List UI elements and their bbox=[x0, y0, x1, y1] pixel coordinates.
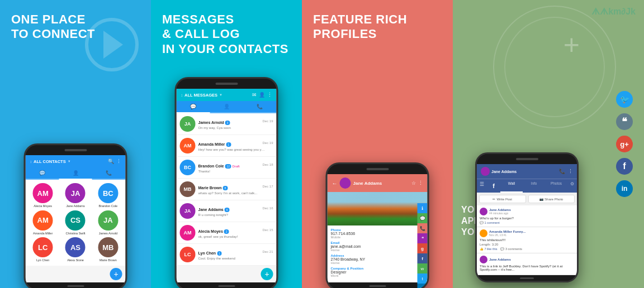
message-list: JA James Arnold3 Dec 19 On my way, Cya s… bbox=[177, 113, 277, 266]
fb-more-icon[interactable]: ⋮ bbox=[568, 169, 573, 174]
panel-apps: + ᗑᗑkm∂Jk YOUR FAVORITE APPS INSIDE YOUR… bbox=[453, 0, 644, 288]
facebook-social-icon[interactable]: f bbox=[616, 158, 633, 175]
fb-post: Jane Addams 44 minutes ago Who's up for … bbox=[477, 205, 577, 227]
fb-logo: f bbox=[488, 180, 499, 191]
panel-messages-headline: MESSAGES & CALL LOG IN YOUR CONTACTS bbox=[151, 0, 300, 56]
panel-profiles: FEATURE RICH PROFILES ← Jane Addams ☆ ⋮ bbox=[302, 0, 453, 288]
fb-post: Amanda Miller Funny... Nov 26, 13:41 Thi… bbox=[477, 227, 577, 253]
phone-tab[interactable]: 📞 bbox=[243, 101, 277, 112]
message-item[interactable]: JA Jane Addams6 Dec 16 R u coming tonigh… bbox=[177, 200, 277, 222]
message-item[interactable]: LC Lyn Chen1 Dec 21 Cool. Enjoy the week… bbox=[177, 244, 277, 266]
gplus-icon[interactable]: g bbox=[418, 243, 428, 253]
profile-phone-field: Phone 917-714-8536 Mobile bbox=[331, 228, 424, 239]
panel-connect: ONE PLACE TO CONNECT ↕ ALL CONTACTS ▼ 🔍 … bbox=[0, 0, 151, 288]
messages-phone: ↕ ALL MESSAGES ▼ ✉ 👤 ⋮ 💬 👤 📞 JA bbox=[175, 77, 278, 288]
profile-company-field: Company & Position Designer Work bbox=[331, 267, 424, 277]
back-icon[interactable]: ← bbox=[332, 180, 338, 186]
quote-social-icon[interactable]: ❝ bbox=[616, 113, 633, 130]
fb-post: Jane Addams This is a link to Jeff Buckl… bbox=[477, 253, 577, 275]
fb-likes: 👍 7 like this 💬 3 comments bbox=[480, 247, 574, 251]
fb-call-icon[interactable]: 📞 bbox=[559, 169, 565, 174]
contacts-header-icons: 🔍 ⋮ bbox=[108, 159, 121, 164]
contacts-phone: ↕ ALL CONTACTS ▼ 🔍 ⋮ 💬 👤 📞 AM Alec bbox=[24, 143, 127, 288]
contact-item[interactable]: AS Alexa Stone bbox=[60, 237, 91, 262]
panel-profiles-headline: FEATURE RICH PROFILES bbox=[302, 0, 418, 42]
profile-header: ← Jane Addams ☆ ⋮ bbox=[328, 174, 428, 192]
profile-star-icon[interactable]: ☆ bbox=[411, 180, 416, 186]
info-icon[interactable]: ℹ bbox=[418, 203, 428, 213]
message-item[interactable]: MB Marie Brown8 Dec 17 whats up? Sorry I… bbox=[177, 179, 277, 200]
message-item[interactable]: AM Alecia Moyes2 Dec 15 ok, great! see y… bbox=[177, 222, 277, 244]
fb-settings-icon[interactable]: ⚙ bbox=[567, 179, 577, 193]
contact-item[interactable]: JA James Arnold bbox=[93, 210, 123, 236]
messages-person-icon[interactable]: 👤 bbox=[259, 92, 265, 98]
call-icon[interactable]: 📞 bbox=[418, 223, 428, 233]
fb-tab-photos[interactable]: Photos bbox=[545, 179, 567, 193]
svg-marker-1 bbox=[103, 31, 123, 59]
message-item[interactable]: JA James Arnold3 Dec 19 On my way, Cya s… bbox=[177, 113, 277, 135]
fb-menu-icon[interactable]: ☰ bbox=[477, 179, 487, 193]
twitter-social-icon[interactable]: 🐦 bbox=[616, 91, 633, 108]
contact-item[interactable]: AM Alecia Moyes bbox=[28, 183, 58, 208]
messages-more-icon[interactable]: ⋮ bbox=[267, 92, 272, 98]
contact-item[interactable]: AM Amanda Miller bbox=[28, 210, 58, 236]
plus-decoration: + bbox=[564, 31, 580, 59]
profile-address-field: Address 2740 Broadway, NY Home bbox=[331, 254, 424, 265]
contact-item[interactable]: CS Christina Swift bbox=[60, 210, 91, 236]
whatsapp-icon[interactable]: w bbox=[418, 263, 428, 273]
message-item[interactable]: BC Brandon Cole12 Draft Dec 18 Thanks! bbox=[177, 157, 277, 179]
fb-tabs: ☰ f Wall Info Photos ⚙ bbox=[477, 179, 577, 193]
linkedin-social-icon[interactable]: in bbox=[616, 180, 633, 197]
profile-more-icon[interactable]: ⋮ bbox=[418, 180, 423, 186]
profile-hero-image bbox=[328, 192, 428, 225]
facebook-icon[interactable]: f bbox=[418, 253, 428, 263]
message-item[interactable]: AM Amanda Miller1 Dec 19 Hey! how are yo… bbox=[177, 135, 277, 157]
calls-tab[interactable]: 👤 bbox=[210, 101, 243, 112]
fb-actions: ✏ Write Post 📷 Share Photo bbox=[477, 193, 577, 205]
contact-item[interactable]: LC Lyn Chen bbox=[28, 237, 58, 262]
contacts-header-label: ↕ ALL CONTACTS ▼ bbox=[30, 159, 71, 164]
contacts-tab-chat[interactable]: 💬 bbox=[26, 167, 59, 179]
facebook-phone: Jane Addams 📞 ⋮ ☰ f Wall Info Photos ⚙ ✏ bbox=[475, 152, 579, 282]
twitter-icon[interactable]: t bbox=[418, 273, 428, 282]
messages-header: ↕ ALL MESSAGES ▼ ✉ 👤 ⋮ bbox=[177, 89, 277, 101]
gplus-social-icon[interactable]: g+ bbox=[616, 136, 633, 152]
messages-tab[interactable]: 💬 bbox=[177, 101, 210, 113]
quote-icon[interactable]: ❝ bbox=[418, 233, 428, 243]
contacts-tab-person[interactable]: 👤 bbox=[59, 167, 92, 180]
fb-tab-wall[interactable]: Wall bbox=[500, 179, 523, 193]
contacts-fab[interactable]: + bbox=[110, 268, 122, 280]
messages-fab[interactable]: + bbox=[261, 268, 273, 280]
fb-header: Jane Addams 📞 ⋮ bbox=[477, 164, 577, 179]
contacts-tab-phone[interactable]: 📞 bbox=[92, 167, 126, 179]
contact-item[interactable]: BC Brandon Cole bbox=[93, 183, 123, 208]
panel-messages: MESSAGES & CALL LOG IN YOUR CONTACTS ↕ A… bbox=[151, 0, 302, 288]
contact-item[interactable]: JA Jane Addams bbox=[60, 183, 91, 208]
profile-phone: ← Jane Addams ☆ ⋮ ℹ 💬 📞 ❝ g bbox=[326, 162, 429, 288]
social-icons-list: 🐦 ❝ g+ f in bbox=[616, 91, 633, 197]
contact-item[interactable]: MB Marie Brown bbox=[93, 237, 123, 262]
fb-write-post-button[interactable]: ✏ Write Post bbox=[479, 195, 526, 203]
messages-compose-icon[interactable]: ✉ bbox=[252, 92, 257, 98]
fb-share-photo-button[interactable]: 📷 Share Photo bbox=[528, 195, 575, 203]
sms-icon[interactable]: 💬 bbox=[418, 213, 428, 223]
profile-email-field: Email jane.a@mail.com Home bbox=[331, 241, 424, 252]
app-logo: ᗑᗑkm∂Jk bbox=[591, 7, 636, 17]
fb-tab-info[interactable]: Info bbox=[523, 179, 545, 193]
